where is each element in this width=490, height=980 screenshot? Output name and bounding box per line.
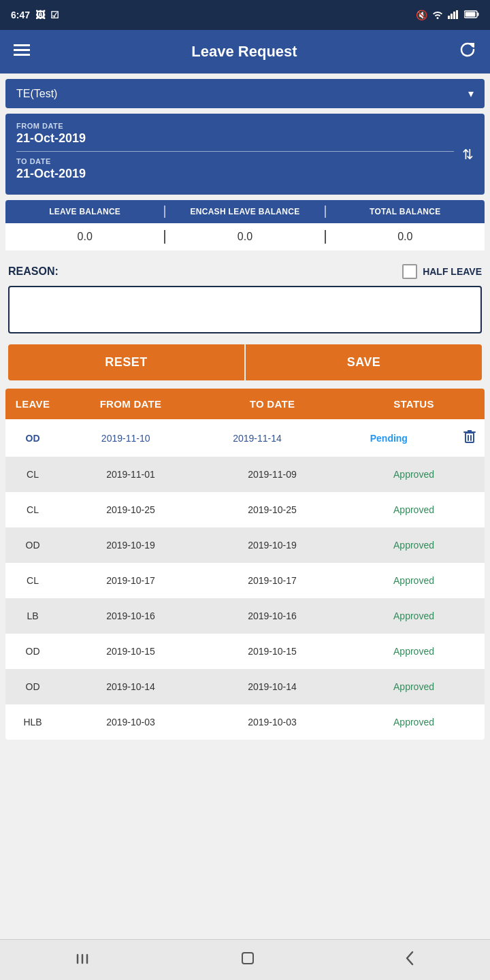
row-leave-type: CL: [5, 502, 60, 518]
row-from-date: 2019-11-01: [60, 466, 201, 483]
table-row: CL 2019-11-01 2019-11-09 Approved: [5, 457, 485, 492]
date-section: FROM DATE 21-Oct-2019 TO DATE 21-Oct-201…: [5, 114, 485, 195]
row-status: Approved: [343, 502, 485, 518]
nav-menu-icon[interactable]: [61, 946, 103, 975]
row-from-date: 2019-10-17: [60, 572, 201, 589]
from-date-row[interactable]: FROM DATE 21-Oct-2019: [16, 122, 454, 146]
row-to-date: 2019-10-17: [201, 572, 343, 589]
row-leave-type: OD: [5, 679, 60, 695]
svg-rect-10: [466, 433, 474, 442]
leave-balance-header: LEAVE BALANCE: [5, 200, 164, 223]
app-header: Leave Request: [0, 30, 490, 74]
table-header-to-date: TO DATE: [201, 389, 343, 419]
row-status: Approved: [343, 679, 485, 695]
reason-input[interactable]: [8, 286, 482, 333]
action-buttons: RESET SAVE: [8, 344, 482, 380]
svg-rect-8: [14, 49, 30, 51]
reset-button[interactable]: RESET: [8, 344, 244, 380]
row-status: Pending: [323, 430, 455, 446]
row-leave-type: OD: [5, 430, 60, 446]
table-header-from-date: FROM DATE: [60, 389, 201, 419]
row-leave-type: CL: [5, 466, 60, 483]
row-to-date: 2019-10-25: [201, 502, 343, 518]
status-bar: 6:47 🖼 ☑ 🔇: [0, 0, 490, 30]
encash-leave-balance-header: ENCASH LEAVE BALANCE: [165, 200, 324, 223]
leave-type-dropdown[interactable]: TE(Test) ▾: [5, 79, 485, 108]
row-from-date: 2019-10-16: [60, 608, 201, 624]
refresh-icon[interactable]: [459, 41, 476, 63]
row-to-date: 2019-10-16: [201, 608, 343, 624]
page-title: Leave Request: [30, 43, 459, 61]
row-status: Approved: [343, 466, 485, 483]
half-leave-checkbox[interactable]: [402, 264, 417, 279]
row-from-date: 2019-10-14: [60, 679, 201, 695]
signal-icon: [448, 10, 460, 21]
half-leave-toggle[interactable]: HALF LEAVE: [402, 264, 482, 279]
row-to-date: 2019-10-03: [201, 714, 343, 730]
row-leave-type: HLB: [5, 714, 60, 730]
svg-rect-3: [456, 10, 458, 19]
svg-rect-16: [242, 953, 253, 964]
reason-section: REASON: HALF LEAVE: [0, 256, 490, 336]
delete-icon[interactable]: [463, 429, 476, 447]
table-row: OD 2019-10-19 2019-10-19 Approved: [5, 527, 485, 563]
mute-icon: 🔇: [416, 10, 427, 20]
balance-section: LEAVE BALANCE ENCASH LEAVE BALANCE TOTAL…: [5, 200, 485, 250]
table-row: CL 2019-10-17 2019-10-17 Approved: [5, 563, 485, 598]
row-to-date: 2019-10-15: [201, 643, 343, 659]
wifi-icon: [431, 10, 444, 21]
table-header: LEAVE FROM DATE TO DATE STATUS: [5, 389, 485, 419]
to-date-label: TO DATE: [16, 157, 454, 165]
delete-cell[interactable]: [455, 429, 485, 447]
svg-rect-2: [453, 12, 455, 19]
half-leave-label: HALF LEAVE: [423, 266, 482, 277]
menu-icon[interactable]: [14, 43, 30, 61]
encash-leave-balance-value: 0.0: [165, 231, 324, 243]
table-row: HLB 2019-10-03 2019-10-03 Approved: [5, 704, 485, 740]
table-header-leave: LEAVE: [5, 389, 60, 419]
row-from-date: 2019-10-25: [60, 502, 201, 518]
chevron-down-icon: ▾: [468, 87, 474, 100]
battery-icon: [464, 10, 479, 20]
row-status: Approved: [343, 572, 485, 589]
row-from-date: 2019-11-10: [60, 430, 191, 446]
table-row: OD 2019-10-14 2019-10-14 Approved: [5, 669, 485, 704]
total-balance-value: 0.0: [326, 231, 485, 243]
row-to-date: 2019-10-19: [201, 537, 343, 553]
row-status: Approved: [343, 714, 485, 730]
leave-records-table: LEAVE FROM DATE TO DATE STATUS OD 2019-1…: [5, 389, 485, 740]
table-row: LB 2019-10-16 2019-10-16 Approved: [5, 598, 485, 634]
row-to-date: 2019-10-14: [201, 679, 343, 695]
leave-balance-value: 0.0: [5, 231, 164, 243]
row-status: Approved: [343, 608, 485, 624]
check-icon: ☑: [50, 10, 59, 20]
row-to-date: 2019-11-09: [201, 466, 343, 483]
save-button[interactable]: SAVE: [246, 344, 482, 380]
row-status: Approved: [343, 537, 485, 553]
total-balance-header: TOTAL BALANCE: [326, 200, 485, 223]
from-date-value: 21-Oct-2019: [16, 131, 454, 146]
table-row: CL 2019-10-25 2019-10-25 Approved: [5, 492, 485, 527]
dropdown-label: TE(Test): [16, 88, 57, 100]
to-date-value: 21-Oct-2019: [16, 167, 454, 181]
svg-rect-0: [448, 16, 450, 19]
from-date-label: FROM DATE: [16, 122, 454, 130]
row-leave-type: CL: [5, 572, 60, 589]
nav-back-icon[interactable]: [392, 945, 429, 975]
table-header-status: STATUS: [343, 389, 485, 419]
nav-bar: [0, 939, 490, 980]
to-date-row[interactable]: TO DATE 21-Oct-2019: [16, 157, 454, 181]
row-leave-type: OD: [5, 643, 60, 659]
status-bar-left: 6:47 🖼 ☑: [11, 10, 59, 20]
svg-rect-6: [478, 13, 479, 16]
reason-label: REASON:: [8, 265, 59, 278]
nav-home-icon[interactable]: [227, 945, 269, 975]
row-to-date: 2019-11-14: [191, 430, 323, 446]
svg-rect-5: [466, 12, 476, 17]
svg-rect-9: [14, 54, 30, 56]
date-spinner-icon[interactable]: ⇅: [462, 146, 474, 163]
row-leave-type: OD: [5, 537, 60, 553]
table-row: OD 2019-11-10 2019-11-14 Pending: [5, 419, 485, 457]
row-leave-type: LB: [5, 608, 60, 624]
row-from-date: 2019-10-03: [60, 714, 201, 730]
